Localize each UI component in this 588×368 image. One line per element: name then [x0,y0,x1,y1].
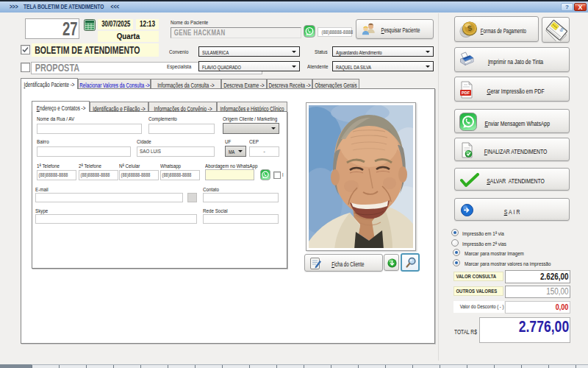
svg-text:PDF: PDF [462,91,470,95]
